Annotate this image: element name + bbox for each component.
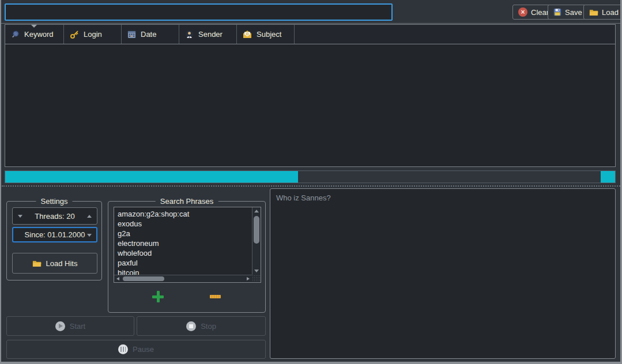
list-item[interactable]: wholefood: [118, 248, 252, 258]
window-frame-left: [0, 0, 1, 364]
search-phrases-group: Search Phrases amazon:g2a:shop:catexodus…: [108, 201, 266, 313]
settings-group-title: Settings: [36, 197, 73, 206]
pause-icon: [118, 344, 128, 354]
search-phrases-group-title: Search Phrases: [156, 197, 218, 206]
scrollbar-corner: [252, 275, 261, 282]
threads-stepper[interactable]: Threads: 20: [12, 207, 97, 225]
progress-chunk: [601, 171, 615, 183]
list-item[interactable]: paxful: [118, 258, 252, 268]
tab-date[interactable]: Date: [122, 25, 179, 44]
list-item[interactable]: amazon:g2a:shop:cat: [118, 209, 252, 219]
start-button-label: Start: [70, 322, 85, 331]
tab-sender-label: Sender: [198, 30, 223, 39]
list-item[interactable]: electroneum: [118, 238, 252, 248]
progress-bar: [5, 170, 616, 183]
list-item[interactable]: exodus: [118, 219, 252, 229]
play-icon: [55, 321, 65, 331]
list-item[interactable]: g2a: [118, 229, 252, 238]
list-item[interactable]: bitcoin: [118, 268, 252, 275]
remove-phrase-button[interactable]: [210, 295, 221, 298]
since-value: Since: 01.01.2000: [25, 230, 85, 239]
clear-button-label: Clear: [531, 8, 549, 17]
tab-subject-label: Subject: [257, 30, 281, 39]
magnifier-icon: [11, 30, 20, 39]
stop-icon: [186, 321, 196, 331]
horizontal-scrollbar[interactable]: [114, 275, 252, 282]
toolbar-separator: [0, 23, 622, 24]
scroll-left-icon[interactable]: [114, 275, 122, 282]
threads-value: Threads: 20: [35, 212, 74, 221]
folder-icon: [589, 8, 598, 16]
tab-date-label: Date: [141, 30, 156, 39]
clear-x-icon: [518, 7, 527, 17]
stop-button[interactable]: Stop: [137, 316, 266, 336]
scroll-right-icon[interactable]: [244, 275, 252, 282]
since-date-dropdown[interactable]: Since: 01.01.2000: [12, 227, 97, 242]
result-tabs: Keyword Login Date Sender Subject: [5, 24, 616, 44]
scroll-down-icon[interactable]: [252, 267, 261, 275]
window-frame-bottom: [0, 362, 622, 364]
key-icon: [70, 30, 79, 39]
calendar-icon: [127, 30, 136, 39]
results-list[interactable]: [5, 44, 616, 167]
phrase-list: amazon:g2a:shop:catexodusg2aelectroneumw…: [114, 208, 252, 275]
tab-login[interactable]: Login: [64, 25, 122, 44]
vertical-scroll-thumb[interactable]: [254, 216, 259, 244]
save-button[interactable]: Save: [548, 5, 588, 20]
output-textarea[interactable]: Who iz Sannes?: [270, 188, 616, 359]
tab-login-label: Login: [84, 30, 102, 39]
settings-group: Settings Threads: 20 Since: 01.01.2000 L…: [6, 201, 102, 280]
load-button-label: Load: [602, 8, 619, 17]
progress-fill: [5, 171, 298, 183]
stop-button-label: Stop: [201, 322, 216, 331]
envelope-icon: [243, 30, 252, 39]
vertical-scrollbar[interactable]: [252, 207, 261, 275]
tab-keyword-label: Keyword: [24, 30, 54, 39]
load-hits-button[interactable]: Load Hits: [12, 253, 97, 274]
scroll-up-icon[interactable]: [252, 207, 261, 215]
load-hits-label: Load Hits: [46, 259, 78, 268]
chevron-down-icon: [87, 234, 92, 237]
person-icon: [185, 30, 194, 39]
stepper-up-icon[interactable]: [87, 215, 92, 218]
folder-icon: [32, 259, 42, 267]
floppy-icon: [553, 8, 561, 16]
start-button[interactable]: Start: [6, 316, 134, 336]
tab-sender[interactable]: Sender: [179, 25, 237, 44]
active-tab-indicator-icon: [31, 25, 37, 28]
tab-subject[interactable]: Subject: [237, 25, 295, 44]
pause-button-label: Pause: [133, 345, 154, 354]
phrase-listbox[interactable]: amazon:g2a:shop:catexodusg2aelectroneumw…: [114, 207, 261, 283]
save-button-label: Save: [565, 8, 582, 17]
app-window: Clear Save Load Keyword Login: [0, 0, 622, 364]
section-separator: [2, 185, 620, 187]
horizontal-scroll-thumb[interactable]: [123, 276, 164, 281]
stepper-down-icon[interactable]: [18, 215, 22, 218]
pause-button[interactable]: Pause: [6, 340, 266, 359]
load-button[interactable]: Load: [583, 5, 622, 20]
search-input[interactable]: [5, 3, 393, 21]
add-phrase-button[interactable]: [152, 291, 164, 302]
